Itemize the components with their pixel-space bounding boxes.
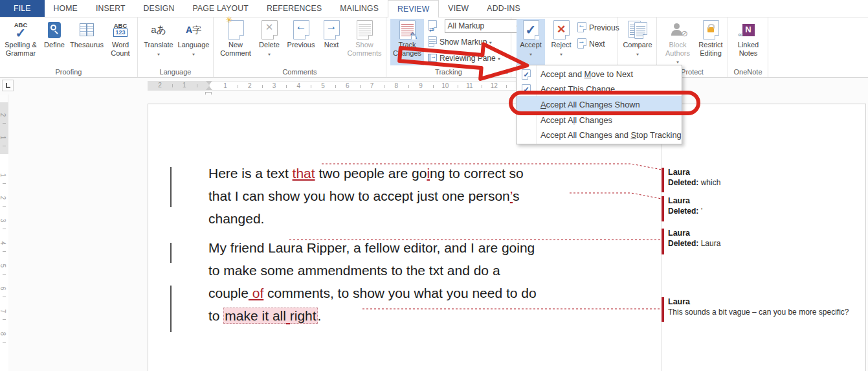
accept-button[interactable]: ✓ Accept ▾ bbox=[517, 19, 545, 65]
word-count-button[interactable]: ABC123 Word Count bbox=[105, 19, 136, 65]
tab-home[interactable]: HOME bbox=[45, 0, 87, 17]
ruler-tick bbox=[172, 84, 173, 87]
document-text-line[interactable]: that I can show you how to accept just o… bbox=[208, 186, 520, 206]
menu-item-accept-this-change[interactable]: ✓ Accept This Change bbox=[517, 82, 682, 96]
comment-callout[interactable]: Laura This sounds a bit vague – can you … bbox=[668, 297, 862, 317]
document-text-line[interactable]: changed. bbox=[208, 209, 264, 229]
callout-bar bbox=[662, 168, 664, 192]
thesaurus-button[interactable]: Thesaurus bbox=[69, 19, 105, 65]
show-markup-button[interactable]: Show Markup ▾ bbox=[428, 36, 492, 49]
document-text-line[interactable]: couple of comments, to show you what you… bbox=[208, 284, 537, 303]
ruler-tick bbox=[433, 85, 434, 88]
dialog-launcher-icon[interactable]: ↘ bbox=[504, 69, 509, 75]
tab-file[interactable]: FILE bbox=[0, 0, 45, 17]
track-changes-button[interactable]: ✎ Track Changes ▾ bbox=[390, 19, 424, 65]
previous-comment-button[interactable]: ← Previous bbox=[285, 19, 317, 65]
ruler-tick bbox=[408, 85, 409, 88]
menu-item-accept-all-changes-shown[interactable]: Accept All Changes Shown bbox=[517, 96, 682, 113]
ruler-tick bbox=[3, 146, 6, 146]
linked-notes-label: Linked Notes bbox=[732, 41, 764, 57]
revision-callout-deleted-apostrophe[interactable]: Laura Deleted: ’ bbox=[668, 196, 862, 216]
text-run: comments, to show you what you need to d… bbox=[263, 286, 536, 300]
menu-item-accept-all-changes[interactable]: Accept All Changes bbox=[517, 113, 682, 128]
tab-design[interactable]: DESIGN bbox=[135, 0, 184, 17]
text-run: My friend Laura Ripper, a fellow editor,… bbox=[208, 240, 535, 255]
group-comments: ✳ New Comment ✕ Delete ▾ ← Previous → Ne… bbox=[214, 17, 386, 77]
document-text-line[interactable]: to make some ammendments to the txt and … bbox=[208, 261, 500, 280]
vruler-main-segment: 12345678 bbox=[0, 154, 8, 371]
document-text-line[interactable]: My friend Laura Ripper, a fellow editor,… bbox=[208, 238, 535, 258]
ruler-number: 2 bbox=[158, 82, 162, 89]
tab-mailings[interactable]: MAILINGS bbox=[331, 0, 388, 17]
next-comment-button[interactable]: → Next bbox=[318, 19, 344, 65]
track-changes-icon: ✎ bbox=[390, 19, 424, 41]
block-authors-button[interactable]: ⊘ Block Authors ▾ bbox=[661, 19, 695, 65]
chain-link-icon: ∞ bbox=[739, 30, 744, 39]
group-onenote: N∞ Linked Notes OneNote bbox=[728, 17, 768, 77]
next-change-icon: → bbox=[577, 38, 586, 51]
callout-action: Deleted: bbox=[668, 239, 701, 248]
compare-button[interactable]: Compare ▾ bbox=[621, 19, 654, 65]
document-text-line[interactable]: to make it all right. bbox=[208, 306, 321, 326]
linked-notes-button[interactable]: N∞ Linked Notes bbox=[732, 19, 764, 65]
ruler-tick bbox=[311, 85, 311, 88]
delete-comment-button[interactable]: ✕ Delete ▾ bbox=[255, 19, 284, 65]
ruler-tick bbox=[3, 123, 6, 124]
text-run: two people are go bbox=[315, 166, 427, 181]
language-button[interactable]: A字 Language ▾ bbox=[177, 19, 210, 65]
accept-check-icon: ✓ bbox=[522, 69, 531, 80]
ruler-number: 5 bbox=[0, 264, 6, 268]
ruler-tick bbox=[262, 85, 263, 88]
text-run: ng to correct so bbox=[430, 166, 524, 181]
ruler-number: 8 bbox=[0, 332, 6, 336]
word-count-label: Word Count bbox=[105, 41, 136, 57]
tab-page-layout[interactable]: PAGE LAYOUT bbox=[184, 0, 258, 17]
ruler-number: 3 bbox=[273, 82, 276, 89]
revision-callout-deleted-laura[interactable]: Laura Deleted: Laura bbox=[668, 229, 862, 248]
define-button[interactable]: Define bbox=[41, 19, 67, 65]
accept-label: Accept bbox=[517, 41, 545, 49]
translate-button[interactable]: aあ Translate ▾ bbox=[142, 19, 175, 65]
tab-review[interactable]: REVIEW bbox=[388, 0, 439, 17]
comment-highlight[interactable]: make it all right bbox=[223, 308, 317, 324]
dropdown-caret-icon: ▾ bbox=[406, 59, 408, 65]
callout-author: Laura bbox=[668, 168, 862, 177]
show-comments-icon bbox=[346, 19, 383, 41]
ruler-number: 6 bbox=[346, 82, 350, 89]
ruler-number: 5 bbox=[321, 82, 325, 89]
menu-item-accept-all-changes-stop-tracking[interactable]: Accept All Changes and Stop Tracking bbox=[517, 128, 682, 142]
callout-text: This sounds a bit vague – can you be mor… bbox=[668, 308, 849, 317]
previous-comment-icon: ← bbox=[285, 19, 317, 41]
dropdown-caret-icon: ▾ bbox=[498, 56, 500, 60]
ruler-number: 1 bbox=[183, 82, 186, 89]
show-comments-button[interactable]: Show Comments bbox=[346, 19, 383, 65]
horizontal-ruler[interactable]: 21 123456789101112 bbox=[0, 81, 868, 91]
spelling-grammar-button[interactable]: ABC✓ Spelling & Grammar bbox=[1, 19, 40, 65]
hanging-indent-marker[interactable] bbox=[206, 86, 212, 90]
reviewing-pane-button[interactable]: → Reviewing Pane ▾ bbox=[428, 52, 500, 65]
tab-view[interactable]: VIEW bbox=[439, 0, 478, 17]
callout-author: Laura bbox=[668, 229, 862, 238]
document-text-line[interactable]: Here is a text that two people are going… bbox=[208, 164, 524, 183]
display-for-review-combo[interactable]: ⇄ All Markup▾ bbox=[428, 19, 522, 32]
group-tracking: ✎ Track Changes ▾ ⇄ All Markup▾ Show Mar… bbox=[386, 17, 511, 77]
menu-item-accept-and-move-to-next[interactable]: ✓ Accept and Move to Next bbox=[517, 67, 682, 82]
dropdown-caret-icon: ▾ bbox=[192, 51, 195, 58]
change-bar bbox=[170, 286, 172, 332]
revision-callout-deleted-which[interactable]: Laura Deleted: which bbox=[668, 168, 862, 187]
reject-button[interactable]: ✕ Reject ▾ bbox=[548, 19, 575, 65]
ruler-tick bbox=[335, 85, 336, 88]
tab-add-ins[interactable]: ADD-INS bbox=[478, 0, 529, 17]
next-change-button[interactable]: → Next bbox=[577, 38, 605, 51]
callout-action: Deleted: bbox=[668, 178, 701, 187]
first-line-indent-marker[interactable] bbox=[206, 81, 212, 85]
new-comment-button[interactable]: ✳ New Comment bbox=[217, 19, 254, 65]
ruler-number: 1 bbox=[0, 174, 6, 177]
restrict-editing-button[interactable]: Restrict Editing bbox=[696, 19, 726, 65]
word-count-icon: ABC123 bbox=[105, 19, 136, 41]
tab-insert[interactable]: INSERT bbox=[87, 0, 135, 17]
previous-change-button[interactable]: ← Previous bbox=[577, 21, 619, 34]
vertical-ruler[interactable]: 21 12345678 bbox=[0, 95, 8, 371]
compare-label: Compare bbox=[621, 41, 654, 49]
ruler-tick bbox=[197, 84, 197, 87]
